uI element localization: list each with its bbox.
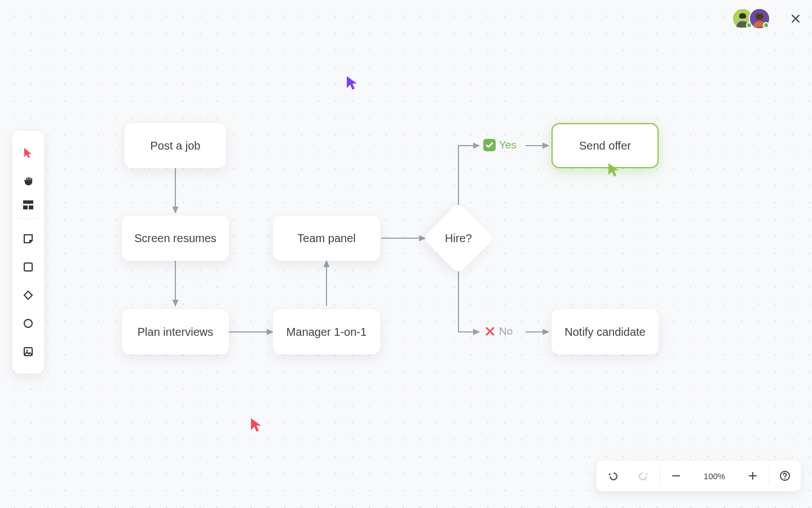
presence-avatars[interactable] bbox=[732, 8, 770, 29]
plus-icon bbox=[748, 471, 757, 480]
node-label: Notify candidate bbox=[564, 326, 645, 339]
node-label: Send offer bbox=[579, 139, 631, 152]
svg-rect-15 bbox=[23, 205, 28, 209]
close-button[interactable] bbox=[791, 14, 801, 24]
node-hire-decision[interactable]: Hire? bbox=[433, 213, 484, 264]
node-label: Manager 1-on-1 bbox=[286, 326, 367, 339]
svg-point-19 bbox=[24, 319, 32, 327]
tool-section[interactable] bbox=[19, 200, 38, 219]
redo-icon bbox=[638, 470, 650, 481]
node-post-a-job[interactable]: Post a job bbox=[125, 123, 226, 168]
help-button[interactable] bbox=[769, 461, 801, 491]
svg-rect-17 bbox=[24, 263, 32, 271]
redo-button[interactable] bbox=[628, 461, 660, 491]
zoom-level: 100% bbox=[692, 461, 737, 491]
minus-icon bbox=[672, 471, 681, 480]
node-label: Plan interviews bbox=[138, 326, 214, 339]
avatar[interactable] bbox=[749, 8, 770, 29]
node-screen-resumes[interactable]: Screen resumes bbox=[122, 216, 229, 261]
node-notify-candidate[interactable]: Notify candidate bbox=[551, 309, 659, 354]
tool-circle[interactable] bbox=[19, 314, 38, 333]
node-label: Team panel bbox=[297, 232, 355, 245]
undo-icon bbox=[607, 470, 618, 481]
x-icon bbox=[484, 326, 496, 337]
circle-icon bbox=[23, 318, 33, 329]
node-send-offer[interactable]: Send offer bbox=[551, 123, 659, 168]
node-plan-interviews[interactable]: Plan interviews bbox=[122, 309, 229, 354]
node-label: Post a job bbox=[151, 139, 201, 152]
sticky-note-icon bbox=[23, 234, 33, 244]
tool-image[interactable] bbox=[19, 342, 38, 361]
help-icon bbox=[779, 470, 791, 481]
svg-rect-18 bbox=[24, 291, 32, 299]
presence-dot-icon bbox=[763, 22, 769, 28]
close-icon bbox=[791, 14, 801, 24]
tool-rectangle[interactable] bbox=[19, 257, 38, 277]
svg-point-21 bbox=[27, 350, 28, 352]
diamond-icon bbox=[23, 290, 34, 301]
check-icon bbox=[483, 139, 496, 151]
node-label: Screen resumes bbox=[134, 232, 217, 245]
zoom-bar: 100% bbox=[597, 461, 801, 491]
tool-pan[interactable] bbox=[19, 172, 38, 191]
square-icon bbox=[23, 262, 33, 272]
section-icon bbox=[23, 200, 33, 209]
image-icon bbox=[23, 347, 33, 357]
svg-rect-16 bbox=[29, 205, 33, 209]
svg-rect-14 bbox=[23, 200, 33, 204]
branch-label-no: No bbox=[484, 325, 513, 338]
zoom-out-button[interactable] bbox=[660, 461, 692, 491]
cursor-icon bbox=[23, 147, 33, 159]
zoom-in-button[interactable] bbox=[737, 461, 769, 491]
branch-label-yes: Yes bbox=[483, 139, 517, 151]
node-team-panel[interactable]: Team panel bbox=[273, 216, 380, 261]
remote-cursor-red bbox=[250, 418, 263, 435]
remote-cursor-green bbox=[608, 163, 620, 179]
node-label: Hire? bbox=[445, 232, 472, 245]
tool-sticky[interactable] bbox=[19, 229, 38, 248]
remote-cursor-purple bbox=[346, 76, 359, 93]
undo-button[interactable] bbox=[597, 461, 628, 491]
tool-diamond[interactable] bbox=[19, 286, 38, 305]
node-manager-1on1[interactable]: Manager 1-on-1 bbox=[273, 309, 380, 354]
left-toolbar bbox=[12, 131, 44, 374]
svg-point-26 bbox=[784, 478, 785, 479]
tool-select[interactable] bbox=[19, 143, 38, 163]
hand-icon bbox=[23, 176, 33, 186]
